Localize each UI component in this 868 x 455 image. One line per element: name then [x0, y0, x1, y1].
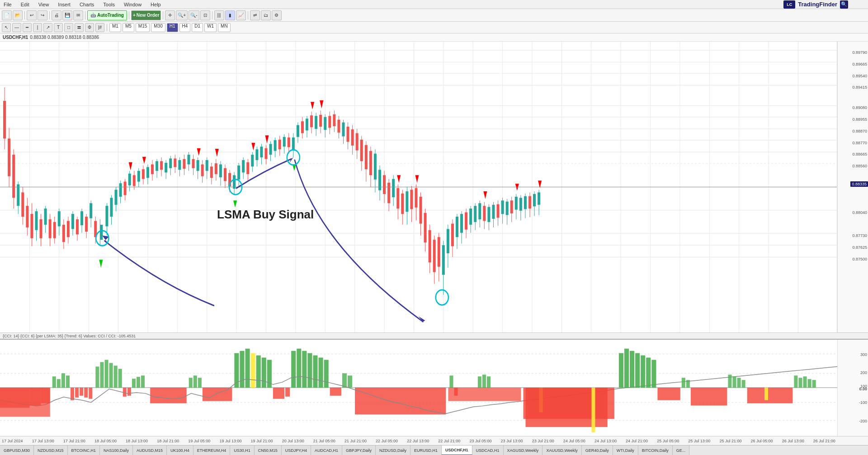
svg-rect-359 [448, 388, 521, 401]
tab-usdcad-h1[interactable]: USDCAD,H1 [472, 446, 504, 455]
zoom-out-button[interactable]: 🔍- [189, 10, 199, 20]
fib-button[interactable]: Φ [85, 23, 94, 32]
cursor-button[interactable]: ↖ [2, 23, 11, 32]
svg-rect-287 [524, 196, 527, 209]
svg-rect-374 [686, 380, 690, 388]
tab-bitcoin-daily[interactable]: BITCOIN,Daily [638, 446, 673, 455]
price-label-3: 0.89540 [852, 74, 867, 78]
tab-eurusd-h1[interactable]: EURUSD,H1 [410, 446, 442, 455]
rect-button[interactable]: □ [64, 23, 73, 32]
tab-nzdusd-daily[interactable]: NZDUSD,Daily [376, 446, 410, 455]
indicator-axis: 300 200 100 0.00 -100 -200 [837, 340, 868, 436]
tf-m1[interactable]: M1 [109, 23, 121, 32]
crosshair-button[interactable]: ✛ [165, 10, 175, 20]
template-button[interactable]: 🗂 [261, 10, 271, 20]
tab-nas100-daily[interactable]: NAS100,Daily [100, 446, 133, 455]
redo-button[interactable]: ↪ [38, 10, 47, 20]
svg-rect-190 [315, 116, 317, 129]
email-button[interactable]: ✉ [73, 10, 83, 20]
tab-audcad-h1[interactable]: AUDCAD,H1 [311, 446, 342, 455]
indicator-area[interactable]: 300 200 100 0.00 -100 -200 [0, 339, 868, 436]
svg-rect-291 [533, 194, 536, 206]
tf-m15[interactable]: M15 [136, 23, 150, 32]
svg-rect-121 [174, 158, 176, 167]
ray-button[interactable]: ↗ [43, 23, 52, 32]
svg-rect-183 [301, 121, 304, 133]
tab-ge-more[interactable]: GE... [673, 446, 690, 455]
chart-canvas[interactable]: LSMA Buy Signal 0.89790 0.89665 0.89540 … [0, 42, 868, 332]
text-button[interactable]: T [54, 23, 63, 32]
tf-m5[interactable]: M5 [123, 23, 134, 32]
tab-usdchf-h1[interactable]: USDCHF,H1 [442, 446, 472, 455]
time-label-20: 24 Jul 21:00 [626, 439, 648, 443]
vline-button[interactable]: | [33, 23, 42, 32]
menu-view[interactable]: View [37, 2, 51, 7]
tab-gbpjpy-daily[interactable]: GBPJPY,Daily [342, 446, 376, 455]
tf-m30[interactable]: M30 [151, 23, 165, 32]
bar-chart-button[interactable]: ||| [214, 10, 224, 20]
new-order-button[interactable]: + New Order [131, 10, 161, 20]
undo-button[interactable]: ↩ [27, 10, 37, 20]
menu-edit[interactable]: Edit [19, 2, 31, 7]
new-button[interactable]: 📄 [2, 10, 12, 20]
zoom-fit-button[interactable]: ⊡ [200, 10, 210, 20]
price-chart-area[interactable]: LSMA Buy Signal [0, 42, 837, 332]
indicator-button[interactable]: ⇌ [250, 10, 260, 20]
line-button[interactable]: — [12, 23, 21, 32]
settings-button[interactable]: ⚙ [272, 10, 282, 20]
tab-wti-daily[interactable]: WTI,Daily [613, 446, 638, 455]
tab-ger40-daily[interactable]: GER40,Daily [582, 446, 613, 455]
hline-button[interactable]: ━ [23, 23, 32, 32]
menu-insert[interactable]: Insert [56, 2, 72, 7]
tab-btcoinc-h1[interactable]: BTCOINC,H1 [68, 446, 100, 455]
svg-rect-221 [383, 175, 386, 194]
time-label-5: 18 Jul 21:00 [157, 439, 179, 443]
period-sep-button[interactable]: |# [95, 23, 104, 32]
tf-h1[interactable]: H1 [167, 23, 178, 32]
tab-uk100-h4[interactable]: UK100,H4 [167, 446, 193, 455]
tab-xagusd-weekly[interactable]: XAGUSD,Weekly [504, 446, 543, 455]
tf-mn[interactable]: MN [218, 23, 231, 32]
tf-d1[interactable]: D1 [192, 23, 203, 32]
menu-tools[interactable]: Tools [101, 2, 117, 7]
tab-gbpusd-m30[interactable]: GBPUSD,M30 [0, 446, 34, 455]
tab-cn50-m15[interactable]: CN50,M15 [255, 446, 282, 455]
time-label-0: 17 Jul 2024 [2, 439, 23, 443]
svg-rect-351 [319, 358, 323, 388]
svg-rect-243 [429, 230, 431, 262]
candle-button[interactable]: ▮ [225, 10, 235, 20]
zoom-in-button[interactable]: 🔍+ [176, 10, 188, 20]
svg-rect-104 [137, 171, 140, 182]
svg-rect-341 [256, 355, 261, 388]
tab-nzdusd-m15[interactable]: NZDUSD,M15 [34, 446, 68, 455]
print-button[interactable]: 🖨 [52, 10, 61, 20]
menu-charts[interactable]: Charts [78, 2, 96, 7]
tf-w1[interactable]: W1 [204, 23, 217, 32]
sep6 [212, 11, 212, 19]
save-button[interactable]: 💾 [62, 10, 72, 20]
tf-h4[interactable]: H4 [179, 23, 191, 32]
tab-usdjpy-h4[interactable]: USDJPY,H4 [282, 446, 311, 455]
menu-help[interactable]: Help [149, 2, 163, 7]
time-label-4: 18 Jul 13:00 [126, 439, 148, 443]
line-chart-button[interactable]: 📈 [236, 10, 246, 20]
tab-xauusd-weekly[interactable]: XAUUSD,Weekly [542, 446, 581, 455]
svg-rect-91 [110, 198, 113, 217]
channel-button[interactable]: 〓 [75, 23, 84, 32]
svg-rect-201 [337, 120, 340, 133]
tab-us30-h1[interactable]: US30,H1 [230, 446, 255, 455]
open-button[interactable]: 📂 [13, 10, 23, 20]
indicator-canvas[interactable] [0, 340, 837, 436]
menu-window[interactable]: Window [122, 2, 143, 7]
svg-rect-362 [487, 376, 491, 388]
tab-audusd-m15[interactable]: AUDUSD,M15 [133, 446, 167, 455]
auto-trading-button[interactable]: 🤖 AutoTrading [87, 10, 127, 20]
price-label-14: 0.87500 [852, 257, 867, 261]
svg-rect-326 [118, 369, 122, 388]
svg-rect-313 [57, 379, 61, 388]
menu-file[interactable]: File [2, 2, 14, 7]
svg-rect-342 [262, 358, 266, 388]
search-button[interactable]: 🔍 [840, 0, 848, 9]
tab-ethereum-h4[interactable]: ETHEREUM,H4 [193, 446, 231, 455]
svg-rect-205 [347, 127, 349, 142]
